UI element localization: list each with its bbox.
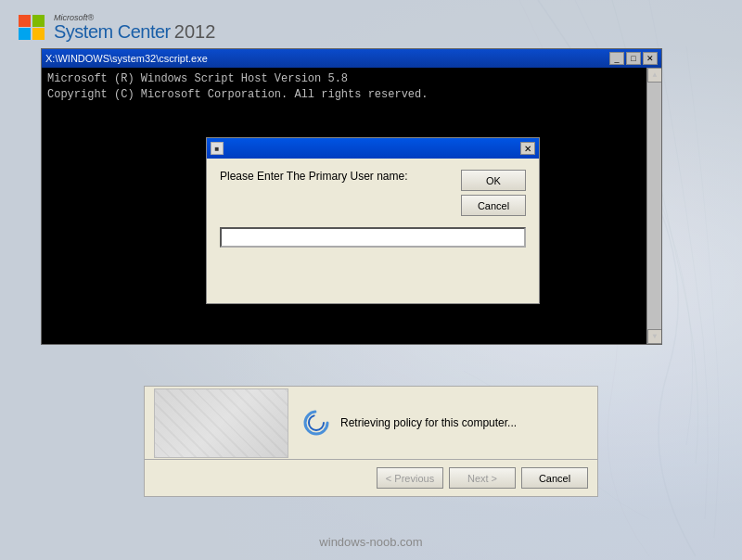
wizard-next-button[interactable]: Next > — [449, 467, 516, 489]
cmd-close-button[interactable]: ✕ — [643, 52, 658, 65]
ms-logo-squares — [19, 15, 45, 41]
cmd-line2: Copyright (C) Microsoft Corporation. All… — [47, 87, 656, 103]
dialog-close-button[interactable]: ✕ — [520, 142, 535, 155]
system-center-label: System Center — [54, 22, 171, 41]
wizard-image — [154, 388, 288, 458]
dialog-ok-button[interactable]: OK — [461, 170, 526, 191]
dialog-icon: ■ — [211, 142, 224, 155]
dialog-username-input[interactable] — [220, 227, 526, 248]
dialog-input-area — [207, 227, 539, 259]
ms-logo: Microsoft® System Center 2012 — [19, 14, 215, 41]
cmd-minimize-button[interactable]: _ — [609, 52, 624, 65]
year-label: 2012 — [174, 22, 216, 41]
cmd-scroll-down[interactable]: ▼ — [647, 329, 661, 344]
dialog-label: Please Enter The Primary User name: — [220, 170, 452, 216]
cmd-scroll-up[interactable]: ▲ — [647, 68, 661, 83]
cmd-title: X:\WINDOWS\system32\cscript.exe — [45, 53, 208, 64]
dialog-buttons: OK Cancel — [461, 170, 526, 216]
ms-logo-yellow — [32, 28, 45, 40]
cmd-maximize-button[interactable]: □ — [626, 52, 641, 65]
cmd-titlebar: X:\WINDOWS\system32\cscript.exe _ □ ✕ — [42, 49, 661, 68]
dialog-body: Please Enter The Primary User name: OK C… — [207, 159, 539, 227]
wizard-prev-button[interactable]: < Previous — [377, 467, 443, 489]
wizard-spinner — [301, 408, 331, 438]
wizard-cancel-button[interactable]: Cancel — [521, 467, 588, 489]
svg-point-2 — [309, 415, 324, 430]
header: Microsoft® System Center 2012 — [19, 14, 215, 41]
dialog-box: ■ ✕ Please Enter The Primary User name: … — [206, 137, 540, 304]
cmd-controls: _ □ ✕ — [609, 52, 658, 65]
footer-watermark: windows-noob.com — [319, 535, 422, 549]
ms-text: Microsoft® System Center 2012 — [54, 14, 215, 41]
wizard-text-area: Retrieving policy for this computer... — [301, 408, 517, 438]
ms-logo-blue — [19, 28, 31, 40]
cmd-scrollbar[interactable]: ▲ ▼ — [646, 68, 661, 344]
dialog-cancel-button[interactable]: Cancel — [461, 195, 526, 216]
wizard-content: Retrieving policy for this computer... — [145, 387, 597, 459]
wizard-image-inner — [155, 389, 288, 457]
wizard-status-text: Retrieving policy for this computer... — [340, 416, 517, 429]
wizard-buttons: < Previous Next > Cancel — [145, 459, 597, 496]
ms-logo-green — [32, 15, 45, 27]
wizard-panel: Retrieving policy for this computer... <… — [144, 386, 598, 497]
dialog-titlebar: ■ ✕ — [207, 138, 539, 159]
cmd-line1: Microsoft (R) Windows Script Host Versio… — [47, 71, 656, 87]
ms-logo-red — [19, 15, 31, 27]
